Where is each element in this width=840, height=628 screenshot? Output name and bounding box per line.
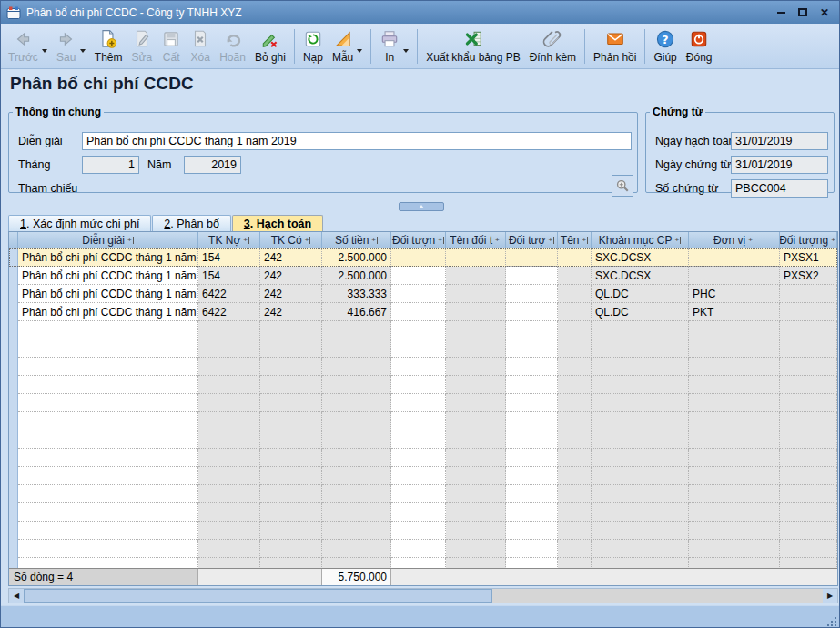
column-header-so-tien[interactable]: Số tiền+	[322, 232, 391, 248]
window-controls	[772, 5, 834, 20]
cell-don-vi[interactable]	[689, 248, 780, 267]
cell-khoan-muc-cp[interactable]: SXC.DCSX	[592, 267, 689, 285]
cell-khoan-muc-cp	[592, 522, 689, 540]
cell-khoan-muc-cp[interactable]: QL.DC	[592, 285, 689, 303]
column-header-tk-co[interactable]: TK Có+	[260, 232, 322, 248]
cell-doi-tuong-2[interactable]	[506, 285, 558, 303]
row-gutter	[9, 540, 18, 558]
column-header-doi-tuong-2[interactable]: Đối tượ+	[506, 232, 558, 248]
cell-ten-2[interactable]	[558, 285, 592, 303]
cell-doi-tuong-1	[391, 430, 446, 449]
cell-doi-tuong-1[interactable]	[391, 303, 446, 321]
cell-so-tien[interactable]: 333.333	[322, 285, 391, 303]
toolbar-button-giup[interactable]: ?Giúp	[649, 25, 681, 67]
cell-tk-no[interactable]: 154	[198, 248, 260, 267]
so-chung-tu-input[interactable]	[731, 179, 828, 198]
scrollbar-track[interactable]	[492, 589, 823, 603]
tab-phan-bo[interactable]: 2. Phân bổ	[152, 215, 230, 231]
tab-hach-toan[interactable]: 3. Hạch toán	[232, 215, 323, 231]
cell-doi-tuong-1[interactable]	[391, 285, 446, 303]
toolbar-button-them[interactable]: Thêm	[90, 25, 127, 67]
row-gutter	[9, 449, 18, 467]
cell-ten-doi-tuong-1[interactable]	[446, 285, 506, 303]
column-header-dien-giai[interactable]: Diễn giải+	[18, 232, 198, 248]
column-header-don-vi[interactable]: Đơn vị+	[689, 232, 780, 248]
toolbar-button-dinh-kem[interactable]: Đính kèm	[525, 25, 581, 67]
cell-so-tien[interactable]: 416.667	[322, 303, 391, 321]
toolbar-button-mau[interactable]: Mẫu	[328, 25, 367, 67]
cell-dien-giai[interactable]: Phân bổ chi phí CCDC tháng 1 năm 20	[18, 267, 198, 285]
cell-so-tien[interactable]: 2.500.000	[322, 267, 391, 285]
cell-doi-tuong-3	[780, 522, 837, 540]
cell-tk-no[interactable]: 6422	[198, 303, 260, 321]
close-button[interactable]	[815, 5, 834, 20]
toolbar-button-in[interactable]: In	[375, 25, 413, 67]
ngay-chung-tu-input[interactable]	[731, 156, 828, 174]
template-icon	[333, 29, 353, 49]
cell-khoan-muc-cp[interactable]: QL.DC	[592, 303, 689, 321]
column-header-doi-tuong-1[interactable]: Đối tượn+	[391, 232, 446, 248]
cell-don-vi[interactable]: PHC	[689, 285, 780, 303]
cell-khoan-muc-cp[interactable]: SXC.DCSX	[592, 248, 689, 267]
cell-don-vi[interactable]: PKT	[689, 303, 780, 321]
cell-tk-co[interactable]: 242	[260, 267, 322, 285]
cell-ten-2[interactable]	[558, 303, 592, 321]
collapse-splitter-button[interactable]	[399, 202, 444, 211]
column-header-ten-doi-tuong-1[interactable]: Tên đối t+	[446, 232, 506, 248]
tab-xac-dinh-muc-chi-phi[interactable]: 1. Xác định mức chi phí	[8, 215, 151, 231]
cell-doi-tuong-3[interactable]: PXSX2	[780, 267, 837, 285]
cell-doi-tuong-3[interactable]	[780, 285, 837, 303]
ngay-hach-toan-input[interactable]	[731, 132, 828, 150]
scroll-right-button[interactable]	[823, 589, 837, 603]
horizontal-scrollbar[interactable]	[8, 588, 838, 603]
cell-ten-doi-tuong-1[interactable]	[446, 248, 506, 267]
dien-giai-input[interactable]	[82, 132, 632, 150]
pin-icon: +	[582, 237, 589, 244]
cell-doi-tuong-2[interactable]	[506, 303, 558, 321]
cell-ten-2[interactable]	[558, 267, 592, 285]
cell-dien-giai[interactable]: Phân bổ chi phí CCDC tháng 1 năm 20	[18, 303, 198, 321]
cell-tk-no[interactable]: 154	[198, 267, 260, 285]
toolbar-button-phan-hoi[interactable]: Phản hồi	[589, 25, 641, 67]
toolbar-button-nap[interactable]: Nạp	[299, 25, 328, 67]
cell-doi-tuong-1[interactable]	[391, 267, 446, 285]
cell-ten-doi-tuong-1[interactable]	[446, 267, 506, 285]
cell-dien-giai[interactable]: Phân bổ chi phí CCDC tháng 1 năm 20	[18, 248, 198, 267]
cell-dien-giai[interactable]: Phân bổ chi phí CCDC tháng 1 năm 20	[18, 285, 198, 303]
cell-ten-2[interactable]	[558, 248, 592, 267]
maximize-button[interactable]	[794, 5, 812, 20]
minimize-button[interactable]	[772, 5, 790, 20]
cell-tk-no[interactable]: 6422	[198, 285, 260, 303]
thang-input[interactable]	[82, 156, 139, 174]
cell-ten-doi-tuong-1[interactable]	[446, 303, 506, 321]
cell-tk-co[interactable]: 242	[260, 303, 322, 321]
scrollbar-thumb[interactable]	[24, 589, 492, 603]
ngay-hach-toan-label: Ngày hạch toán	[655, 135, 735, 147]
cell-doi-tuong-2[interactable]	[506, 248, 558, 267]
cell-doi-tuong-2[interactable]	[506, 267, 558, 285]
cell-doi-tuong-3[interactable]: PXSX1	[780, 248, 837, 267]
cell-khoan-muc-cp	[592, 412, 689, 430]
cell-tk-co[interactable]: 242	[260, 248, 322, 267]
nam-input[interactable]	[184, 156, 241, 174]
cell-don-vi[interactable]	[689, 267, 780, 285]
cell-so-tien	[322, 339, 391, 358]
cell-don-vi	[689, 358, 780, 376]
toolbar-button-label: Phản hồi	[593, 51, 636, 64]
cell-doi-tuong-3[interactable]	[780, 303, 837, 321]
toolbar-button-dong[interactable]: Đóng	[682, 25, 717, 67]
column-header-doi-tuong-3[interactable]: Đối tượng+	[780, 232, 837, 248]
column-header-tk-no[interactable]: TK Nợ+	[198, 232, 260, 248]
cell-so-tien[interactable]: 2.500.000	[322, 248, 391, 267]
toolbar-button-xuat-khau[interactable]: Xuất khẩu bảng PB	[421, 25, 524, 67]
cell-tk-co[interactable]: 242	[260, 285, 322, 303]
resize-grip[interactable]	[826, 616, 836, 626]
column-header-ten-2[interactable]: Tên+	[558, 232, 592, 248]
cell-doi-tuong-3	[780, 430, 837, 449]
cell-don-vi	[689, 467, 780, 485]
column-header-khoan-muc-cp[interactable]: Khoản mục CP+	[592, 232, 689, 248]
cell-doi-tuong-1[interactable]	[391, 248, 446, 267]
reference-lookup-button[interactable]	[612, 175, 633, 197]
toolbar-button-bo-ghi[interactable]: Bỏ ghi	[250, 25, 290, 67]
scroll-left-button[interactable]	[9, 589, 24, 603]
